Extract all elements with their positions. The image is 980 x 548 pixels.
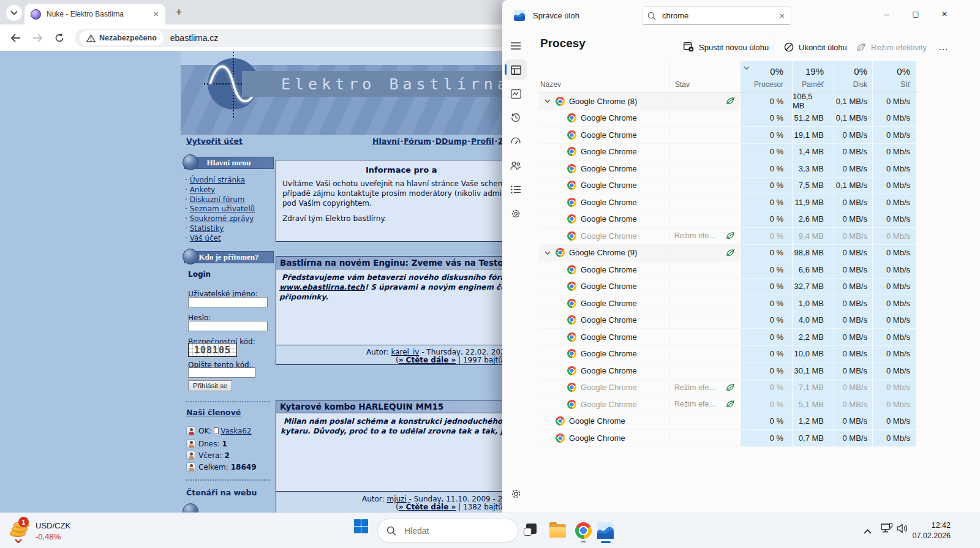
process-name-cell[interactable]: Google Chrome	[539, 413, 669, 430]
sidebar-item-app-history-icon[interactable]	[510, 112, 521, 123]
process-row[interactable]: Google Chrome 0 % 10,0 MB 0 MB/s 0 Mb/s	[539, 346, 919, 363]
process-row[interactable]: Google Chrome 0 % 1,2 MB 0 MB/s 0 Mb/s	[539, 413, 919, 430]
task-manager-taskbar-button[interactable]	[597, 522, 614, 539]
process-name-cell[interactable]: Google Chrome	[539, 279, 669, 296]
new-tab-button[interactable]: +	[172, 5, 186, 20]
efficiency-mode-button[interactable]: Režim efektivity	[856, 39, 927, 56]
process-row[interactable]: Google Chrome 0 % 32,7 MB 0 MB/s 0 Mb/s	[539, 279, 919, 296]
process-name-cell[interactable]: Google Chrome	[539, 178, 669, 195]
process-name-cell[interactable]: Google Chrome	[539, 127, 669, 144]
process-row[interactable]: Google Chrome 0 % 4,0 MB 0 MB/s 0 Mb/s	[539, 312, 919, 329]
process-row[interactable]: Google Chrome 0 % 2,2 MB 0 MB/s 0 Mb/s	[539, 329, 919, 346]
task-manager-search-box[interactable]: ×	[642, 6, 791, 25]
process-row[interactable]: Google Chrome 0 % 1,4 MB 0 MB/s 0 Mb/s	[539, 144, 919, 161]
reload-button[interactable]	[51, 30, 67, 46]
topnav-link[interactable]: Fórum	[400, 137, 431, 146]
password-field[interactable]	[188, 321, 268, 331]
column-cpu[interactable]: 0%Procesor	[741, 61, 792, 92]
menu-link[interactable]: Úvodní stránka	[190, 176, 246, 184]
process-row[interactable]: Google Chrome 0 % 7,5 MB 0,1 MB/s 0 Mb/s	[539, 178, 919, 195]
start-button[interactable]	[354, 519, 368, 533]
search-clear-icon[interactable]: ×	[778, 11, 786, 21]
url-text[interactable]: ebastlirna.cz	[170, 33, 219, 43]
process-row[interactable]: Google Chrome 0 % 11,9 MB 0 MB/s 0 Mb/s	[539, 194, 919, 211]
process-name-cell[interactable]: Google Chrome (9)	[539, 245, 669, 262]
tray-chevron-button[interactable]	[864, 525, 872, 536]
process-name-cell[interactable]: Google Chrome	[539, 312, 669, 329]
process-row[interactable]: Google Chrome (9) 0 % 98,8 MB 0 MB/s 0 M…	[539, 245, 919, 262]
column-disk[interactable]: 0%Disk	[834, 61, 872, 92]
navigation-menu-icon[interactable]	[510, 40, 521, 51]
menu-link[interactable]: Ankety	[190, 186, 216, 194]
task-view-button[interactable]	[524, 522, 541, 539]
file-explorer-button[interactable]	[549, 522, 567, 539]
article-inline-link[interactable]: www.ebastlirna.tech	[279, 283, 365, 291]
process-row[interactable]: Google Chrome 0 % 51,2 MB 0,1 MB/s 0 Mb/…	[539, 110, 919, 127]
network-tray-button[interactable]	[881, 523, 893, 536]
topnav-link[interactable]: DDump	[431, 137, 467, 146]
run-new-task-button[interactable]: Spustit novou úlohu	[684, 39, 769, 56]
member-user-link[interactable]: Vaska62	[221, 427, 251, 435]
username-field[interactable]	[188, 297, 268, 307]
column-memory[interactable]: 19%Paměť	[792, 61, 834, 92]
process-name-cell[interactable]: Google Chrome	[539, 228, 669, 245]
sidebar-item-users-icon[interactable]	[510, 160, 521, 171]
process-name-cell[interactable]: Google Chrome	[539, 295, 669, 312]
process-row[interactable]: Google Chrome 0 % 1,0 MB 0 MB/s 0 Mb/s	[539, 295, 919, 312]
topnav-link[interactable]: Hlavní	[372, 137, 400, 146]
menu-link[interactable]: Diskuzní fórum	[190, 195, 245, 204]
browser-tab[interactable]: Nuke - Elektro Bastlirna ×	[24, 4, 165, 24]
process-name-cell[interactable]: Google Chrome	[539, 329, 669, 346]
security-chip[interactable]: Nezabezpečeno	[80, 31, 164, 45]
volume-tray-button[interactable]	[897, 524, 909, 536]
end-task-button[interactable]: Ukončit úlohu	[784, 39, 847, 56]
process-name-cell[interactable]: Google Chrome	[539, 380, 669, 397]
process-row[interactable]: Google Chrome 0 % 6,6 MB 0 MB/s 0 Mb/s	[539, 261, 919, 279]
process-row[interactable]: Google Chrome Režim efe... 0 % 7,1 MB 0 …	[539, 380, 919, 397]
sidebar-item-processes-icon[interactable]	[510, 64, 521, 75]
process-row[interactable]: Google Chrome 0 % 30,1 MB 0 MB/s 0 Mb/s	[539, 362, 919, 380]
sidebar-item-startup-apps-icon[interactable]	[510, 136, 521, 147]
process-name-cell[interactable]: Google Chrome (8)	[539, 93, 669, 110]
login-button[interactable]: Přihlásit se	[188, 380, 232, 391]
read-more-link[interactable]: » Čtěte dále »	[399, 356, 456, 364]
captcha-field[interactable]	[188, 367, 255, 378]
clock[interactable]: 12:42 07.02.2026	[912, 520, 951, 541]
more-options-button[interactable]: …	[938, 39, 949, 56]
search-input[interactable]	[661, 10, 778, 21]
author-link[interactable]: mjuzi	[386, 495, 406, 503]
process-row[interactable]: Google Chrome 0 % 2,6 MB 0 MB/s 0 Mb/s	[539, 211, 919, 228]
tab-close-icon[interactable]: ×	[152, 9, 160, 19]
column-network[interactable]: 0%Síť	[872, 61, 916, 92]
process-name-cell[interactable]: Google Chrome	[539, 110, 669, 127]
tab-list-chevron-button[interactable]	[6, 5, 22, 21]
column-name[interactable]: Název	[539, 61, 669, 92]
menu-link[interactable]: Soukromé zprávy	[190, 214, 254, 223]
settings-gear-icon[interactable]	[510, 488, 521, 499]
taskbar-search-input[interactable]	[403, 525, 495, 536]
process-name-cell[interactable]: Google Chrome	[539, 211, 669, 228]
close-button[interactable]: ✕	[930, 0, 959, 28]
process-row[interactable]: Google Chrome 0 % 0,7 MB 0 MB/s 0 Mb/s	[539, 430, 919, 447]
author-link[interactable]: karel_iv	[391, 348, 419, 356]
process-name-cell[interactable]: Google Chrome	[539, 144, 669, 161]
sidebar-item-performance-icon[interactable]	[510, 88, 521, 99]
process-row[interactable]: Google Chrome Režim efe... 0 % 5,1 MB 0 …	[539, 396, 919, 413]
process-name-cell[interactable]: Google Chrome	[539, 430, 669, 447]
process-row[interactable]: Google Chrome 0 % 3,3 MB 0 MB/s 0 Mb/s	[539, 160, 919, 178]
column-status[interactable]: Stav	[669, 61, 741, 92]
process-row[interactable]: Google Chrome (8) 0 % 106,5 MB 0,1 MB/s …	[539, 93, 919, 110]
process-row[interactable]: Google Chrome 0 % 19,1 MB 0 MB/s 0 Mb/s	[539, 127, 919, 144]
read-more-link[interactable]: » Čtěte dále »	[399, 503, 456, 511]
process-row[interactable]: Google Chrome Režim efe... 0 % 9,4 MB 0 …	[539, 228, 919, 245]
taskbar-search-box[interactable]	[377, 519, 518, 542]
minimize-button[interactable]: –	[873, 0, 901, 28]
chrome-taskbar-button[interactable]	[575, 522, 592, 539]
maximize-button[interactable]: ▢	[902, 0, 930, 28]
process-name-cell[interactable]: Google Chrome	[539, 362, 669, 380]
menu-link[interactable]: Statistiky	[190, 224, 224, 233]
process-name-cell[interactable]: Google Chrome	[539, 160, 669, 178]
create-account-link[interactable]: Vytvořit účet	[186, 137, 243, 146]
expand-chevron-icon[interactable]	[543, 99, 552, 103]
expand-chevron-icon[interactable]	[543, 251, 552, 255]
